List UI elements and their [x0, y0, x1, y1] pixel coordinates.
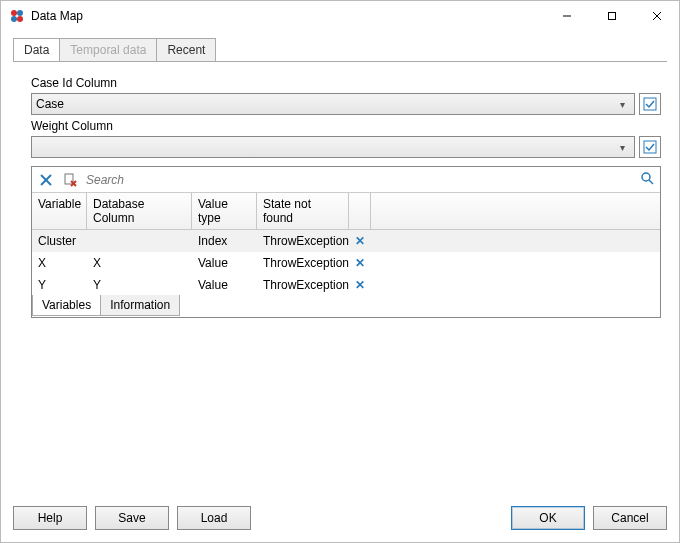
clear-all-icon[interactable]: [62, 172, 78, 188]
ok-button[interactable]: OK: [511, 506, 585, 530]
bottom-tabstrip: Variables Information: [32, 296, 660, 317]
svg-point-2: [11, 16, 17, 22]
window-title: Data Map: [31, 9, 83, 23]
col-header-action: [349, 193, 371, 229]
col-header-spacer: [371, 193, 660, 229]
cell-valuetype: Value: [192, 256, 257, 270]
svg-point-15: [642, 173, 650, 181]
svg-rect-5: [608, 13, 615, 20]
case-id-label: Case Id Column: [31, 76, 661, 90]
tab-data[interactable]: Data: [13, 38, 60, 61]
tab-information[interactable]: Information: [100, 295, 180, 316]
cell-variable: Y: [32, 278, 87, 292]
search-input[interactable]: [86, 173, 632, 187]
tab-variables[interactable]: Variables: [32, 295, 101, 316]
search-icon[interactable]: [640, 171, 654, 188]
row-delete-icon[interactable]: ✕: [349, 278, 371, 292]
row-delete-icon[interactable]: ✕: [349, 256, 371, 270]
save-button[interactable]: Save: [95, 506, 169, 530]
cell-valuetype: Value: [192, 278, 257, 292]
col-header-valuetype[interactable]: Value type: [192, 193, 257, 229]
table-row[interactable]: Y Y Value ThrowException ✕: [32, 274, 660, 296]
cell-db: Y: [87, 278, 192, 292]
cell-statenotfound: ThrowException: [257, 234, 349, 248]
cell-valuetype: Index: [192, 234, 257, 248]
cell-variable: X: [32, 256, 87, 270]
grid-header-row: Variable Database Column Value type Stat…: [32, 193, 660, 230]
cell-statenotfound: ThrowException: [257, 256, 349, 270]
chevron-down-icon: ▾: [614, 99, 630, 110]
cell-variable: Cluster: [32, 234, 87, 248]
titlebar: Data Map: [1, 1, 679, 31]
cell-statenotfound: ThrowException: [257, 278, 349, 292]
svg-rect-9: [644, 141, 656, 153]
case-id-combo[interactable]: Case ▾: [31, 93, 635, 115]
minimize-button[interactable]: [544, 2, 589, 31]
svg-rect-8: [644, 98, 656, 110]
col-header-statenotfound[interactable]: State not found: [257, 193, 349, 229]
cell-db: X: [87, 256, 192, 270]
tab-recent[interactable]: Recent: [156, 38, 216, 61]
weight-label: Weight Column: [31, 119, 661, 133]
app-icon: [9, 8, 25, 24]
tab-temporal-data[interactable]: Temporal data: [59, 38, 157, 61]
table-row[interactable]: X X Value ThrowException ✕: [32, 252, 660, 274]
weight-option-button[interactable]: [639, 136, 661, 158]
mapping-grid: Variable Database Column Value type Stat…: [31, 166, 661, 318]
dialog-footer: Help Save Load OK Cancel: [1, 496, 679, 542]
grid-toolbar: [32, 167, 660, 193]
row-delete-icon[interactable]: ✕: [349, 234, 371, 248]
svg-line-16: [649, 180, 653, 184]
svg-point-1: [17, 10, 23, 16]
table-row[interactable]: Cluster Index ThrowException ✕: [32, 230, 660, 252]
weight-combo[interactable]: ▾: [31, 136, 635, 158]
dialog-window: Data Map Data Temporal data Recent Case …: [0, 0, 680, 543]
delete-icon[interactable]: [38, 172, 54, 188]
close-button[interactable]: [634, 2, 679, 31]
case-id-value: Case: [36, 97, 614, 111]
top-tabstrip: Data Temporal data Recent: [1, 31, 679, 61]
grid-body: Cluster Index ThrowException ✕ X X Value…: [32, 230, 660, 296]
svg-point-3: [17, 16, 23, 22]
chevron-down-icon: ▾: [614, 142, 630, 153]
col-header-variable[interactable]: Variable: [32, 193, 87, 229]
cancel-button[interactable]: Cancel: [593, 506, 667, 530]
load-button[interactable]: Load: [177, 506, 251, 530]
case-id-option-button[interactable]: [639, 93, 661, 115]
help-button[interactable]: Help: [13, 506, 87, 530]
maximize-button[interactable]: [589, 2, 634, 31]
col-header-database[interactable]: Database Column: [87, 193, 192, 229]
content-area: Case Id Column Case ▾ Weight Column ▾: [1, 62, 679, 496]
svg-point-0: [11, 10, 17, 16]
